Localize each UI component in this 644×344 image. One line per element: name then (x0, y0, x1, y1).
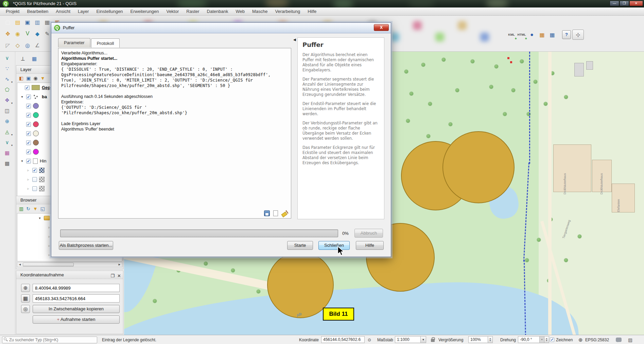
magnifier-spinner[interactable]: ▲▼ (488, 336, 493, 343)
deselect-icon[interactable]: ◇ (13, 41, 22, 50)
collapse-all-icon[interactable]: ◱ (40, 206, 45, 211)
split-feature-icon[interactable]: ◫ (2, 106, 12, 115)
vertex-tool-icon[interactable]: ∨ (2, 54, 12, 63)
pan-to-coordinate-icon[interactable]: ⊹ (572, 30, 584, 40)
menu-item-masche[interactable]: Masche (248, 8, 272, 15)
move-feature-icon[interactable]: ✥▾ (2, 96, 12, 105)
menu-item-hilfe[interactable]: Hilfe (304, 8, 320, 15)
menu-item-web[interactable]: Web (232, 8, 248, 15)
globe-icon[interactable]: ● (527, 30, 536, 39)
expand-icon[interactable]: ▾ (20, 95, 24, 99)
select-icon[interactable]: ◸ (3, 41, 12, 50)
track-click-icon[interactable]: ◎ (21, 305, 30, 313)
menu-item-bearbeiten[interactable]: Bearbeiten (23, 8, 52, 15)
grid-plus-icon[interactable]: ▦ (548, 30, 557, 39)
locator-search-input[interactable] (2, 337, 97, 343)
feather-icon[interactable]: ✎ (43, 29, 52, 38)
run-button[interactable]: Starte (287, 241, 313, 250)
expand-icon[interactable]: ▹ (26, 168, 30, 172)
measure-icon[interactable]: ∠ (33, 41, 42, 50)
digitize-polygon-icon[interactable]: ⬠ (2, 85, 12, 94)
projected-coordinate-input[interactable] (33, 294, 120, 303)
hscroll-thumb[interactable] (23, 263, 74, 266)
coordinate-input[interactable]: 456144.0,5427602.6 (321, 336, 365, 343)
pin-tool-icon[interactable]: ⊥ (18, 54, 28, 63)
expand-icon[interactable]: ▾ (20, 159, 24, 163)
layer-checkbox[interactable]: ✓ (26, 122, 31, 127)
menu-item-einstellungen[interactable]: Einstellungen (93, 8, 127, 15)
grid-tool-icon[interactable]: ▩ (2, 159, 12, 168)
html-export-icon[interactable]: HTML+ (517, 30, 526, 39)
extents-icon[interactable]: ⊙ (368, 335, 371, 344)
add-group-icon[interactable]: ▣ (26, 75, 31, 81)
wgs84-coordinate-input[interactable] (33, 284, 120, 292)
save-log-icon[interactable] (264, 210, 270, 216)
messages-icon[interactable] (616, 338, 622, 342)
open-project-icon[interactable]: ▤ (13, 18, 22, 27)
grid-color-icon[interactable]: ▦ (538, 30, 546, 39)
layer-checkbox[interactable]: ✓ (26, 150, 31, 154)
start-capture-button[interactable]: + Aufnahme starten (33, 315, 120, 324)
crs-status[interactable]: EPSG:25832 (585, 335, 609, 344)
copy-to-clipboard-button[interactable]: In Zwischenablage kopieren (33, 305, 120, 313)
rotation-spinner[interactable]: ▲▼ (544, 336, 549, 343)
layer-checkbox[interactable] (32, 177, 37, 182)
menu-item-datenbank[interactable]: Datenbank (203, 8, 232, 15)
layer-checkbox[interactable]: ✓ (26, 104, 31, 108)
wgs84-coordinate-icon[interactable]: ⊕ (21, 284, 30, 292)
menu-item-erweiterungen[interactable]: Erweiterungen (127, 8, 163, 15)
filter-browser-icon[interactable]: ▼ (33, 206, 38, 211)
render-checkbox[interactable]: ✓ (550, 338, 554, 342)
expand-icon[interactable]: ▾ (38, 216, 42, 220)
layer-checkbox[interactable]: ✓ (26, 131, 31, 136)
rotation-input[interactable]: -90,0 ° (518, 336, 540, 343)
log-messages-icon[interactable]: ▨ (628, 335, 632, 344)
layer-checkbox[interactable]: ✓ (26, 140, 31, 145)
menu-item-vektor[interactable]: Vektor (162, 8, 182, 15)
identify-icon[interactable]: ◎ (23, 41, 32, 50)
help-icon[interactable]: ? (562, 30, 571, 39)
browser-hscrollbar[interactable]: ◄ ► (17, 262, 122, 267)
layer-checkbox[interactable]: ✓ (26, 159, 31, 164)
save-project-icon[interactable]: ▣ (23, 18, 32, 27)
new-geopackage-icon[interactable]: ◆ (33, 29, 42, 38)
vector-misc-icon[interactable]: ∨▾ (2, 138, 12, 147)
window-close-button[interactable]: ✕ (629, 1, 643, 6)
filter-legend-icon[interactable]: ▼ (40, 75, 45, 81)
minimize-button[interactable]: — (610, 1, 619, 6)
close-panel-icon[interactable]: ✕ (117, 272, 121, 280)
layer-checkbox[interactable]: ✓ (25, 85, 30, 90)
collapse-help-icon[interactable]: ◀ (293, 38, 296, 41)
layer-checkbox[interactable] (32, 186, 37, 191)
layer-checkbox[interactable]: ✓ (32, 168, 37, 173)
tab-protokoll[interactable]: Protokoll (91, 38, 120, 48)
raster-tool-icon[interactable]: ▦ (2, 149, 12, 157)
menu-item-layer[interactable]: Layer (74, 8, 93, 15)
scale-dropdown-icon[interactable]: ▼ (421, 336, 426, 343)
add-selected-layer-icon[interactable]: ▥ (19, 206, 23, 211)
annotation-icon[interactable]: ◬▾ (2, 127, 12, 136)
save-as-icon[interactable]: ▥ (33, 18, 42, 27)
lock-scale-icon[interactable] (431, 335, 435, 344)
menu-item-projekt[interactable]: Projekt (2, 8, 23, 15)
cancel-button[interactable]: Abbruch (354, 229, 383, 238)
digitize-point-icon[interactable]: ∵ (2, 64, 12, 73)
scale-combobox[interactable]: 1:1000 (395, 336, 421, 343)
help-button[interactable]: Hilfe (356, 241, 384, 250)
digitize-line-icon[interactable]: ∿▾ (2, 75, 12, 84)
tab-parameter[interactable]: Parameter (58, 38, 90, 47)
dialog-titlebar[interactable]: Q Puffer X (51, 23, 391, 33)
world-tool-icon[interactable]: ⊕ (2, 117, 12, 126)
kml-export-icon[interactable]: KML+ (507, 30, 516, 39)
new-project-icon[interactable]: ▢ (3, 18, 12, 27)
rotation-clear-icon[interactable]: ✕ (540, 336, 544, 343)
open-layer-styling-icon[interactable]: ◧ (19, 75, 23, 81)
layer-checkbox[interactable]: ✓ (26, 94, 31, 99)
expand-icon[interactable]: ▹ (26, 177, 30, 181)
expand-icon[interactable]: ▹ (26, 187, 30, 190)
new-vector-icon[interactable]: V (23, 29, 32, 38)
copy-log-icon[interactable] (273, 210, 278, 216)
dialog-close-button[interactable]: X (374, 24, 389, 31)
float-panel-icon[interactable]: ❐ (110, 272, 115, 280)
menu-item-verarbeitung[interactable]: Verarbeitung (272, 8, 304, 15)
